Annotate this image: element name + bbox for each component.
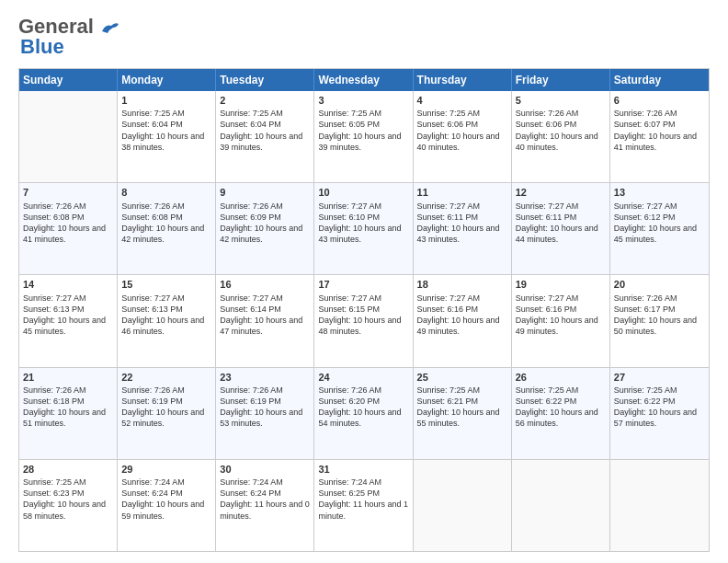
daylight: Daylight: 10 hours and 53 minutes. [220,408,302,428]
daylight: Daylight: 10 hours and 43 minutes. [417,224,500,244]
sunrise: Sunrise: 7:27 AM [121,293,185,303]
calendar-day-31: 31Sunrise: 7:24 AMSunset: 6:25 PMDayligh… [314,460,413,551]
daylight: Daylight: 10 hours and 44 minutes. [516,224,598,244]
sunrise: Sunrise: 7:26 AM [614,109,677,118]
sunset: Sunset: 6:09 PM [220,213,281,222]
sunrise: Sunrise: 7:25 AM [121,109,185,118]
calendar-day-18: 18Sunrise: 7:27 AMSunset: 6:16 PMDayligh… [414,275,512,366]
calendar-header: SundayMondayTuesdayWednesdayThursdayFrid… [19,69,709,91]
calendar-week-3: 14Sunrise: 7:27 AMSunset: 6:13 PMDayligh… [19,275,709,367]
sunrise: Sunrise: 7:27 AM [417,293,481,303]
sun-info: Sunrise: 7:27 AMSunset: 6:13 PMDaylight:… [121,293,211,338]
sunset: Sunset: 6:24 PM [121,488,183,498]
sunrise: Sunrise: 7:27 AM [23,293,86,303]
sunrise: Sunrise: 7:25 AM [318,109,381,118]
sunrise: Sunrise: 7:24 AM [318,477,381,487]
day-number: 28 [23,463,113,476]
daylight: Daylight: 10 hours and 41 minutes. [614,132,697,152]
sunset: Sunset: 6:16 PM [417,304,479,314]
sunrise: Sunrise: 7:26 AM [318,385,381,395]
daylight: Daylight: 10 hours and 55 minutes. [417,408,500,428]
day-number: 26 [516,371,606,384]
calendar-day-12: 12Sunrise: 7:27 AMSunset: 6:11 PMDayligh… [512,183,610,274]
calendar-body: 1Sunrise: 7:25 AMSunset: 6:04 PMDaylight… [19,91,709,551]
calendar-day-17: 17Sunrise: 7:27 AMSunset: 6:15 PMDayligh… [314,275,413,366]
daylight: Daylight: 10 hours and 48 minutes. [318,316,401,336]
sunset: Sunset: 6:08 PM [23,213,85,222]
calendar-day-13: 13Sunrise: 7:27 AMSunset: 6:12 PMDayligh… [610,183,709,274]
sunrise: Sunrise: 7:25 AM [516,385,579,395]
sunset: Sunset: 6:05 PM [318,120,380,129]
daylight: Daylight: 10 hours and 38 minutes. [121,132,204,152]
sun-info: Sunrise: 7:27 AMSunset: 6:13 PMDaylight:… [23,293,113,338]
calendar-day-empty [610,460,709,551]
sunset: Sunset: 6:14 PM [220,304,281,314]
calendar-day-21: 21Sunrise: 7:26 AMSunset: 6:18 PMDayligh… [19,368,118,459]
calendar-day-empty [414,460,512,551]
sunset: Sunset: 6:21 PM [417,396,479,406]
sun-info: Sunrise: 7:25 AMSunset: 6:22 PMDaylight:… [516,385,606,430]
calendar: SundayMondayTuesdayWednesdayThursdayFrid… [18,68,710,552]
sunrise: Sunrise: 7:26 AM [23,201,86,211]
sun-info: Sunrise: 7:25 AMSunset: 6:21 PMDaylight:… [417,385,507,430]
header-day-friday: Friday [512,69,610,91]
day-number: 12 [516,186,606,199]
sun-info: Sunrise: 7:26 AMSunset: 6:17 PMDaylight:… [614,293,705,338]
header-day-monday: Monday [118,69,216,91]
sun-info: Sunrise: 7:26 AMSunset: 6:19 PMDaylight:… [220,385,310,430]
daylight: Daylight: 11 hours and 1 minute. [318,500,408,520]
sun-info: Sunrise: 7:24 AMSunset: 6:24 PMDaylight:… [121,477,211,522]
calendar-day-9: 9Sunrise: 7:26 AMSunset: 6:09 PMDaylight… [216,183,314,274]
sunrise: Sunrise: 7:25 AM [417,385,481,395]
daylight: Daylight: 10 hours and 57 minutes. [614,408,697,428]
sunset: Sunset: 6:18 PM [23,396,85,406]
sun-info: Sunrise: 7:25 AMSunset: 6:05 PMDaylight:… [318,108,408,153]
day-number: 2 [220,94,310,107]
calendar-day-15: 15Sunrise: 7:27 AMSunset: 6:13 PMDayligh… [118,275,216,366]
sun-info: Sunrise: 7:27 AMSunset: 6:11 PMDaylight:… [417,201,507,246]
sunset: Sunset: 6:04 PM [220,120,281,129]
daylight: Daylight: 10 hours and 42 minutes. [121,224,204,244]
day-number: 30 [220,463,310,476]
sun-info: Sunrise: 7:24 AMSunset: 6:24 PMDaylight:… [220,477,310,522]
sunset: Sunset: 6:12 PM [614,213,676,222]
day-number: 1 [121,94,211,107]
sun-info: Sunrise: 7:26 AMSunset: 6:07 PMDaylight:… [614,108,705,153]
calendar-day-27: 27Sunrise: 7:25 AMSunset: 6:22 PMDayligh… [610,368,709,459]
day-number: 15 [121,278,211,291]
header-day-tuesday: Tuesday [216,69,314,91]
daylight: Daylight: 10 hours and 51 minutes. [23,408,106,428]
header-day-thursday: Thursday [414,69,512,91]
daylight: Daylight: 10 hours and 40 minutes. [516,132,598,152]
sun-info: Sunrise: 7:26 AMSunset: 6:19 PMDaylight:… [121,385,211,430]
daylight: Daylight: 10 hours and 45 minutes. [614,224,697,244]
calendar-day-30: 30Sunrise: 7:24 AMSunset: 6:24 PMDayligh… [216,460,314,551]
sun-info: Sunrise: 7:25 AMSunset: 6:06 PMDaylight:… [417,108,507,153]
daylight: Daylight: 10 hours and 54 minutes. [318,408,401,428]
calendar-day-28: 28Sunrise: 7:25 AMSunset: 6:23 PMDayligh… [19,460,118,551]
sun-info: Sunrise: 7:26 AMSunset: 6:08 PMDaylight:… [23,201,113,246]
sunset: Sunset: 6:15 PM [318,304,380,314]
sunrise: Sunrise: 7:27 AM [220,293,283,303]
logo-blue: Blue [18,35,64,59]
sunrise: Sunrise: 7:27 AM [614,201,677,211]
daylight: Daylight: 10 hours and 42 minutes. [220,224,302,244]
sunset: Sunset: 6:07 PM [614,120,676,129]
sunrise: Sunrise: 7:25 AM [417,109,481,118]
calendar-week-2: 7Sunrise: 7:26 AMSunset: 6:08 PMDaylight… [19,183,709,275]
sunrise: Sunrise: 7:27 AM [516,293,579,303]
sunset: Sunset: 6:11 PM [516,213,577,222]
sunrise: Sunrise: 7:27 AM [516,201,579,211]
sunrise: Sunrise: 7:25 AM [23,477,86,487]
daylight: Daylight: 10 hours and 50 minutes. [614,316,697,336]
sunset: Sunset: 6:06 PM [417,120,479,129]
daylight: Daylight: 10 hours and 59 minutes. [121,500,204,520]
calendar-week-4: 21Sunrise: 7:26 AMSunset: 6:18 PMDayligh… [19,368,709,460]
calendar-day-10: 10Sunrise: 7:27 AMSunset: 6:10 PMDayligh… [314,183,413,274]
day-number: 4 [417,94,507,107]
day-number: 13 [614,186,705,199]
sun-info: Sunrise: 7:27 AMSunset: 6:16 PMDaylight:… [417,293,507,338]
daylight: Daylight: 10 hours and 45 minutes. [23,316,106,336]
sunrise: Sunrise: 7:26 AM [220,201,283,211]
page: General Blue SundayMondayTuesdayWednesda… [0,0,728,563]
